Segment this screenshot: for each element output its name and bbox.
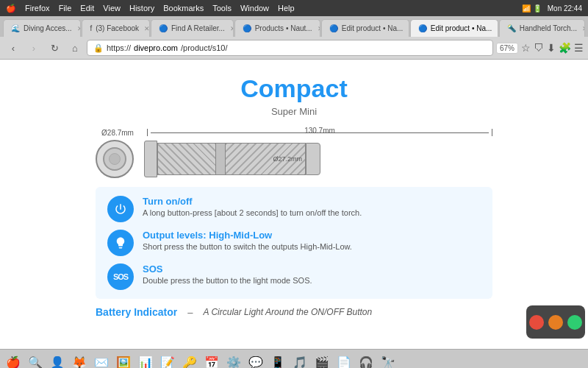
dock-icon-phone[interactable]: 📱 — [268, 352, 288, 368]
dock-icon-skype[interactable]: 💬 — [245, 352, 266, 368]
dim-body-diameter: Ø27.2mm — [273, 155, 302, 163]
dock-icon-spotlight[interactable]: 🔍 — [25, 352, 46, 368]
browser-chrome: 🌊 Diving Acces... ✕ f (3) Facebook ✕ 🔵 F… — [0, 16, 588, 60]
reload-button[interactable]: ↻ — [46, 39, 63, 57]
overlay-popup — [526, 305, 585, 339]
menu-icon[interactable]: ☰ — [574, 42, 584, 54]
tab-7[interactable]: 🔦 Handheld Torch... ✕ — [499, 19, 585, 37]
zoom-level[interactable]: 67% — [496, 43, 518, 54]
lock-icon: 🔒 — [93, 43, 104, 53]
tab-1-favicon: 🌊 — [11, 24, 20, 32]
url-text: https:// — [107, 43, 131, 52]
feature-power-title: Turn on/off — [143, 196, 481, 207]
menu-edit[interactable]: Edit — [80, 4, 94, 13]
battery-indicator-desc: A Circular Light Around the ON/OFF Butto… — [203, 307, 372, 317]
sos-icon: SOS — [107, 263, 134, 290]
menu-firefox[interactable]: Firefox — [25, 4, 50, 13]
tab-6-favicon: 🔵 — [418, 24, 427, 32]
tab-5-favicon: 🔵 — [329, 24, 338, 32]
dock-icon-contacts[interactable]: 👤 — [47, 352, 68, 368]
tab-4-label: Products • Naut... — [255, 24, 312, 32]
menu-tools[interactable]: Tools — [212, 4, 232, 13]
feature-output-title: Output levels: High-Mid-Low — [143, 230, 481, 241]
url-bar[interactable]: 🔒 https:// divepro.com /product/s10/ — [87, 40, 493, 56]
torch-illustration: Ø27.2mm — [96, 140, 492, 178]
download-icon[interactable]: ⬇ — [547, 42, 556, 54]
dock-icon-photos[interactable]: 🖼️ — [113, 352, 134, 368]
dock-icon-keychain[interactable]: 🔑 — [179, 352, 200, 368]
page-content: Compact Super Mini Ø28.7mm 130.7mm — [66, 60, 522, 349]
dock-icon-word[interactable]: 📄 — [334, 352, 354, 368]
nav-bar: ‹ › ↻ ⌂ 🔒 https:// divepro.com /product/… — [0, 37, 588, 59]
dock-icon-calendar[interactable]: 📅 — [201, 352, 222, 368]
dock-icon-excel[interactable]: 📊 — [135, 352, 156, 368]
forward-button[interactable]: › — [25, 39, 43, 57]
extensions-icon[interactable]: 🧩 — [559, 42, 571, 54]
tab-3[interactable]: 🔵 Find A Retailer... ✕ — [151, 19, 234, 37]
dock-icon-mail[interactable]: ✉️ — [91, 352, 112, 368]
dock-icon-spotify[interactable]: 🎧 — [356, 352, 376, 368]
page-title: Compact — [96, 74, 492, 103]
tab-1[interactable]: 🌊 Diving Acces... ✕ — [3, 19, 81, 37]
menu-file[interactable]: File — [59, 4, 72, 13]
menubar: 🍎 Firefox File Edit View History Bookmar… — [0, 0, 588, 16]
dock-icon-music[interactable]: 🎵 — [290, 352, 310, 368]
system-icons: 📶 🔋 — [522, 4, 542, 13]
tab-3-label: Find A Retailer... — [171, 24, 225, 32]
tab-2[interactable]: f (3) Facebook ✕ — [82, 19, 150, 37]
torch-lens — [103, 147, 126, 171]
tab-1-close[interactable]: ✕ — [77, 25, 82, 32]
menu-window[interactable]: Window — [240, 4, 269, 13]
tab-2-favicon: f — [90, 24, 92, 32]
tab-6-close[interactable]: ✕ — [497, 25, 498, 32]
dock-icon-finder[interactable]: 🍎 — [3, 352, 24, 368]
tab-5-close[interactable]: ✕ — [408, 25, 409, 32]
menu-view[interactable]: View — [103, 4, 121, 13]
menubar-right: 📶 🔋 Mon 22:44 — [522, 4, 582, 13]
tab-6[interactable]: 🔵 Edit product • Na... ✕ — [410, 19, 498, 37]
tab-6-label: Edit product • Na... — [431, 24, 492, 32]
feature-power: Turn on/off A long button-press [about 2… — [107, 196, 481, 222]
dock-icon-zoom[interactable]: 🔭 — [378, 352, 398, 368]
tab-4[interactable]: 🔵 Products • Naut... ✕ — [234, 19, 320, 37]
dock-icon-firefox[interactable]: 🦊 — [69, 352, 90, 368]
popup-circle-orange — [548, 315, 563, 330]
page-subtitle: Super Mini — [96, 106, 492, 117]
dock-icon-settings[interactable]: ⚙️ — [223, 352, 244, 368]
menu-help[interactable]: Help — [278, 4, 295, 13]
star-icon[interactable]: ☆ — [521, 42, 531, 54]
popup-circle-green — [567, 315, 582, 330]
tab-5-label: Edit product • Na... — [342, 24, 404, 32]
tab-2-label: (3) Facebook — [96, 24, 139, 32]
tab-4-close[interactable]: ✕ — [318, 25, 320, 32]
torch-front-view — [96, 140, 134, 178]
feature-sos: SOS SOS Double press the button to the l… — [107, 263, 481, 290]
battery-indicator-section: Battery Indicator – A Circular Light Aro… — [96, 299, 492, 319]
tab-5[interactable]: 🔵 Edit product • Na... ✕ — [321, 19, 409, 37]
tabs-bar: 🌊 Diving Acces... ✕ f (3) Facebook ✕ 🔵 F… — [0, 16, 588, 37]
dock-icon-notes[interactable]: 📝 — [157, 352, 178, 368]
tab-7-close[interactable]: ✕ — [582, 25, 585, 32]
battery-indicator-label: Battery Indicator — [96, 306, 177, 318]
power-icon — [107, 196, 134, 222]
clock: Mon 22:44 — [548, 4, 582, 13]
url-path: /product/s10/ — [181, 43, 228, 52]
tab-2-close[interactable]: ✕ — [144, 25, 150, 32]
popup-circle-red — [529, 315, 544, 330]
bookmark-icon[interactable]: ⛉ — [534, 42, 544, 54]
bulb-icon — [107, 230, 134, 256]
tab-1-label: Diving Acces... — [24, 24, 72, 32]
tab-3-favicon: 🔵 — [159, 24, 168, 32]
feature-sos-desc: Double press the button to the light mod… — [143, 276, 481, 285]
features-section: Turn on/off A long button-press [about 2… — [96, 187, 492, 299]
dock-icon-video[interactable]: 🎬 — [312, 352, 332, 368]
menu-bookmarks[interactable]: Bookmarks — [163, 4, 204, 13]
feature-output-desc: Short press the button to switch the out… — [143, 242, 481, 251]
back-button[interactable]: ‹ — [4, 39, 22, 57]
apple-menu[interactable]: 🍎 — [6, 4, 16, 13]
dim-diameter-label: Ø28.7mm — [96, 129, 140, 137]
dim-length-label: 130.7mm — [304, 127, 335, 135]
menu-history[interactable]: History — [129, 4, 154, 13]
tab-3-close[interactable]: ✕ — [230, 25, 234, 32]
home-button[interactable]: ⌂ — [66, 39, 84, 57]
